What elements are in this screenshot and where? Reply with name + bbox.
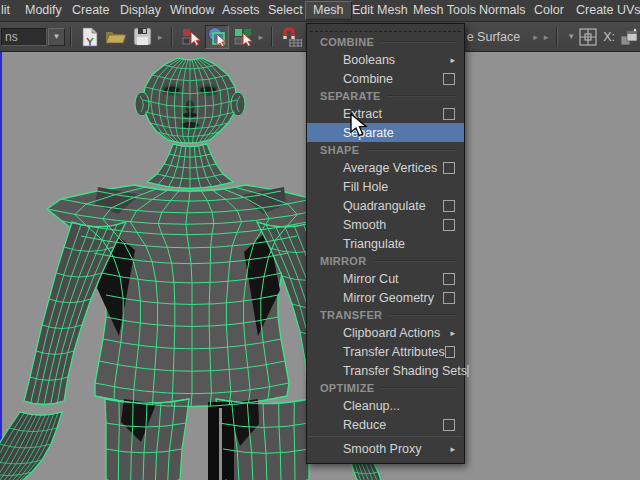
new-scene-button[interactable] (78, 25, 102, 49)
option-box-icon[interactable] (443, 273, 455, 285)
status-line-right: e Surface ▸ ▸ ▼ X: (467, 22, 640, 51)
select-object-button[interactable] (205, 25, 229, 49)
group-collapse-icon[interactable]: ▸ (259, 32, 264, 42)
group-collapse-icon[interactable]: ▸ (158, 32, 163, 42)
mesh-menu-popup: COMBINE Booleans▸ Combine SEPARATE Extra… (306, 23, 465, 464)
select-object-icon (206, 26, 228, 47)
menu-item-combine[interactable]: Combine (307, 69, 464, 88)
menu-section-combine: COMBINE (307, 34, 464, 50)
menu-item-clipboard-actions[interactable]: Clipboard Actions▸ (307, 323, 464, 342)
live-surface-label[interactable]: e Surface (467, 30, 521, 44)
mouse-cursor (350, 113, 374, 139)
menu-item-fill-hole[interactable]: Fill Hole (307, 177, 464, 196)
menu-item-transfer-shading-sets[interactable]: Transfer Shading Sets (307, 361, 464, 380)
menu-set-selector[interactable]: ns (1, 28, 47, 46)
group-collapse-icon[interactable]: ▸ (533, 32, 538, 42)
menu-normals[interactable]: Normals (479, 0, 526, 21)
menu-item-average-vertices[interactable]: Average Vertices (307, 158, 464, 177)
toolbar-separator (171, 27, 173, 47)
select-hierarchy-icon (181, 27, 201, 46)
snap-to-grids-button[interactable] (279, 25, 303, 49)
new-scene-icon (81, 27, 99, 47)
select-component-icon (233, 27, 253, 46)
menu-create[interactable]: Create (72, 0, 110, 21)
menu-item-reduce[interactable]: Reduce (307, 415, 464, 434)
menu-tearoff-handle[interactable] (310, 24, 461, 32)
menu-select[interactable]: Select (268, 0, 303, 21)
toolbar-separator (271, 27, 273, 47)
menu-item-transfer-attributes[interactable]: Transfer Attributes (307, 342, 464, 361)
menu-modify[interactable]: Modify (25, 0, 62, 21)
menu-item-smooth[interactable]: Smooth (307, 215, 464, 234)
menu-assets[interactable]: Assets (222, 0, 260, 21)
option-box-icon[interactable] (443, 219, 455, 231)
menu-item-booleans[interactable]: Booleans▸ (307, 50, 464, 69)
dropdown-arrow-icon[interactable]: ▼ (567, 32, 575, 41)
snap-grid-magnet-icon (280, 27, 303, 47)
option-box-icon[interactable] (443, 162, 455, 174)
menu-section-separate: SEPARATE (307, 88, 464, 104)
option-box-icon[interactable] (467, 365, 469, 377)
open-folder-icon (105, 28, 127, 45)
menu-mesh-tools[interactable]: Mesh Tools (413, 0, 476, 21)
submenu-arrow-icon: ▸ (450, 328, 455, 338)
option-box-icon[interactable] (443, 292, 455, 304)
menu-set-arrow-button[interactable]: ▼ (48, 28, 65, 46)
option-box-icon[interactable] (443, 419, 455, 431)
menu-create-uvs[interactable]: Create UVs (576, 0, 640, 21)
toolbar-separator (556, 27, 558, 47)
menu-mesh[interactable]: Mesh (305, 1, 352, 20)
menu-section-optimize: OPTIMIZE (307, 380, 464, 396)
menu-item-mirror-cut[interactable]: Mirror Cut (307, 269, 464, 288)
quick-rename-icon[interactable] (619, 27, 639, 47)
toolbar-separator (70, 27, 72, 47)
option-box-icon[interactable] (443, 73, 455, 85)
menu-item-smooth-proxy[interactable]: Smooth Proxy▸ (307, 439, 464, 458)
menu-item-cleanup[interactable]: Cleanup... (307, 396, 464, 415)
option-box-icon[interactable] (443, 200, 455, 212)
select-component-button[interactable] (231, 25, 255, 49)
submenu-arrow-icon: ▸ (450, 55, 455, 65)
menu-edit-partial[interactable]: lit (1, 0, 10, 21)
save-floppy-icon (133, 27, 152, 46)
x-coordinate-label: X: (603, 30, 615, 44)
menu-section-mirror: MIRROR (307, 253, 464, 269)
menu-color[interactable]: Color (534, 0, 564, 21)
select-hierarchy-button[interactable] (179, 25, 203, 49)
menu-separator (308, 436, 463, 437)
menu-item-quadrangulate[interactable]: Quadrangulate (307, 196, 464, 215)
menu-window[interactable]: Window (170, 0, 214, 21)
construction-plane-icon[interactable] (579, 28, 597, 46)
main-menubar: lit Modify Create Display Window Assets … (0, 0, 640, 22)
menu-item-triangulate[interactable]: Triangulate (307, 234, 464, 253)
option-box-icon[interactable] (445, 346, 455, 358)
menu-item-mirror-geometry[interactable]: Mirror Geometry (307, 288, 464, 307)
group-collapse-icon[interactable]: ▸ (544, 32, 549, 42)
menu-edit-mesh[interactable]: Edit Mesh (352, 0, 408, 21)
open-scene-button[interactable] (104, 25, 128, 49)
submenu-arrow-icon: ▸ (450, 444, 455, 454)
menu-section-shape: SHAPE (307, 142, 464, 158)
save-scene-button[interactable] (130, 25, 154, 49)
menu-display[interactable]: Display (120, 0, 161, 21)
menu-item-extract[interactable]: Extract (307, 104, 464, 123)
option-box-icon[interactable] (443, 108, 455, 120)
menu-item-separate[interactable]: Separate (307, 123, 464, 142)
menu-section-transfer: TRANSFER (307, 307, 464, 323)
